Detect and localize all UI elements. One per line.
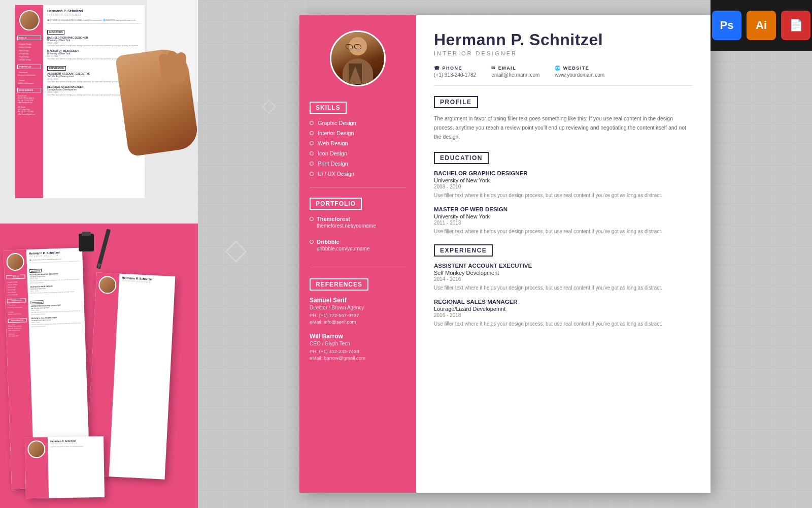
mini-skills-label: SKILLS [17, 36, 41, 40]
corner-mark-tl [299, 15, 306, 21]
portfolio-heading: PORTFOLIO [310, 198, 362, 210]
mini-avatar [19, 10, 40, 30]
contact-phone: ☎ PHONE (+1) 913-240-1782 [434, 66, 476, 78]
left-bottom-panel: SKILLS ○ Graphic Design○ Interior Design… [0, 224, 198, 508]
education-item-2: MASTER OF WEB DESIGN University of New Y… [434, 206, 693, 235]
profile-section: PROFILE The argument in favor of using f… [434, 96, 693, 142]
clipboard [79, 234, 94, 251]
portfolio-dot [310, 240, 314, 244]
skill-dot [310, 172, 314, 176]
portfolio-item-2: Dribbble dribbble.com/yourname [310, 239, 406, 258]
contact-email: ✉ EMAIL email@hermann.com [491, 66, 539, 78]
profile-text: The argument in favor of using filler te… [434, 114, 693, 142]
phone-icon: ☎ [434, 66, 441, 71]
skill-item-2: Interior Design [310, 130, 406, 136]
toolbar: Ps Ai 📄 [710, 0, 812, 51]
experience-heading: EXPERIENCE [434, 244, 493, 257]
mini-portfolio-list: ○ Themeforestthemeforest.net/yourname○ D… [15, 72, 43, 85]
corner-mark-tr [704, 15, 710, 21]
experience-section: EXPERIENCE ASSISTENT ACCOUNT EXECUTIVE S… [434, 244, 693, 328]
contact-website: 🌐 WEBSITE www.yourdomain.com [555, 66, 604, 78]
main-resume: SKILLS Graphic Design Interior Design We… [299, 15, 710, 493]
skill-dot [310, 151, 314, 155]
resume-left-sidebar: SKILLS Graphic Design Interior Design We… [299, 15, 416, 493]
corner-mark-bl [299, 487, 306, 493]
pdf-icon: 📄 [789, 19, 803, 32]
mini-refs-list: Samuel SerifDirector / Brown AgencyPH: (… [15, 95, 43, 116]
contact-row: ☎ PHONE (+1) 913-240-1782 ✉ EMAIL email@… [434, 66, 693, 86]
phone-value: (+1) 913-240-1782 [434, 72, 476, 78]
resume-name: Hermann P. Schnitzel [434, 30, 693, 49]
mini-sidebar: SKILLS ○ Graphic Design○ Interior Design… [15, 5, 43, 198]
sidebar-divider-2 [310, 268, 406, 268]
sidebar-divider-1 [310, 187, 406, 187]
education-heading: EDUCATION [434, 152, 489, 164]
education-section: EDUCATION BACHELOR GRAPHIC DESIGNER Univ… [434, 152, 693, 235]
education-item-1: BACHELOR GRAPHIC DESIGNER University of … [434, 170, 693, 199]
mini-refs-label: REFERENCES [17, 88, 41, 92]
skills-list: Graphic Design Interior Design Web Desig… [310, 120, 406, 177]
email-value: email@hermann.com [491, 72, 539, 78]
website-value: www.yourdomain.com [555, 72, 604, 78]
resume-title: INTERIOR DESIGNER [434, 50, 693, 56]
phone-label: ☎ PHONE [434, 66, 476, 71]
pen [96, 229, 111, 269]
skill-item-3: Web Design [310, 140, 406, 146]
resume-card-3: Hermann P. Schnitzel INTERIOR DESIGNER U… [25, 436, 105, 499]
skill-dot [310, 141, 314, 145]
mini-skills-list: ○ Graphic Design○ Interior Design○ Web D… [15, 43, 43, 62]
skill-dot [310, 131, 314, 135]
corner-mark-br [704, 487, 710, 493]
skills-heading: SKILLS [310, 102, 347, 114]
email-icon: ✉ [491, 66, 496, 71]
experience-item-2: REGIONAL SALES MANAGER Lourage/Lizard De… [434, 299, 693, 328]
left-top-panel: SKILLS ○ Graphic Design○ Interior Design… [0, 0, 198, 224]
reference-item-1: Samuel Serif Director / Brown Agency PH:… [310, 297, 406, 325]
avatar [330, 30, 386, 86]
reference-item-2: Will Barrow CEO / Glyph Tech PH: (+1) 41… [310, 333, 406, 361]
skill-item-6: Ui / UX Design [310, 171, 406, 177]
references-heading: REFERENCES [310, 278, 368, 291]
portfolio-item-1: Themeforest themeforest.net/yourname [310, 216, 406, 235]
website-label: 🌐 WEBSITE [555, 66, 604, 71]
email-label: ✉ EMAIL [491, 66, 539, 71]
portfolio-dot [310, 217, 314, 221]
skill-item-1: Graphic Design [310, 120, 406, 126]
skill-dot [310, 162, 314, 166]
photoshop-button[interactable]: Ps [712, 11, 741, 40]
portfolio-list: Themeforest themeforest.net/yourname Dri… [310, 216, 406, 258]
hand-holding-paper [112, 51, 198, 163]
skill-dot [310, 121, 314, 125]
profile-heading: PROFILE [434, 96, 478, 108]
skill-item-5: Print Design [310, 161, 406, 167]
illustrator-button[interactable]: Ai [747, 11, 776, 40]
resume-right-content: Hermann P. Schnitzel INTERIOR DESIGNER ☎… [416, 15, 710, 493]
skill-item-4: Icon Design [310, 150, 406, 156]
website-icon: 🌐 [555, 66, 561, 71]
references-list: Samuel Serif Director / Brown Agency PH:… [310, 297, 406, 361]
mini-portfolio-label: PORTFOLIO [17, 65, 41, 69]
experience-item-1: ASSISTENT ACCOUNT EXECUTIVE Self Monkey … [434, 263, 693, 292]
pdf-button[interactable]: 📄 [781, 11, 810, 40]
